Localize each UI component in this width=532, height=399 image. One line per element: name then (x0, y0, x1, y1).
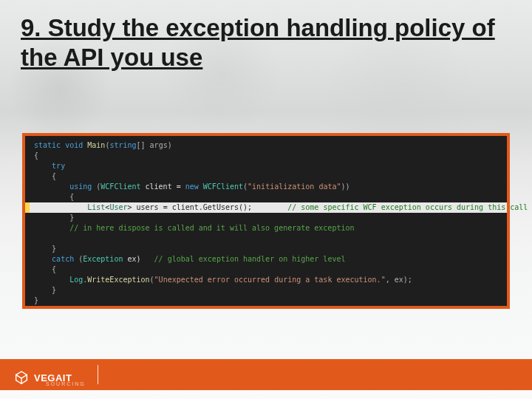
comment: // some specific WCF exception occurs du… (287, 203, 528, 211)
indent (34, 183, 69, 191)
type-log: Log (69, 276, 83, 284)
kw-static: static (34, 141, 61, 149)
id: users = client. (132, 203, 203, 211)
type-user: User (109, 203, 127, 211)
type-exception: Exception (83, 255, 123, 263)
brace: { (52, 172, 56, 180)
brace: } (34, 296, 38, 304)
brace: } (69, 214, 74, 222)
indent (34, 172, 52, 180)
args: [] args) (137, 141, 172, 149)
kw-catch: catch (52, 255, 74, 263)
comment: // in here dispose is called and it will… (69, 224, 354, 232)
id: ex) (123, 255, 154, 263)
logo-subtext: SOURCING (46, 381, 86, 386)
meth-writeexception: WriteException (87, 276, 149, 284)
paren: ( (92, 183, 100, 191)
indent (34, 276, 69, 284)
footer: VEGAIT SOURCING (0, 355, 532, 399)
code-block: static void Main(string[] args) { try { … (22, 133, 510, 309)
highlight-line-text: List<User> users = client.GetUsers(); //… (34, 202, 501, 213)
code-inner: static void Main(string[] args) { try { … (25, 136, 507, 306)
indent (34, 214, 69, 222)
slide: 9. Study the exception handling policy o… (0, 0, 532, 399)
comment: // global exception handler on higher le… (154, 255, 346, 263)
indent (34, 224, 69, 232)
kw-using: using (69, 183, 92, 191)
meth-main: Main (87, 141, 105, 149)
string-lit: "Unexpected error occurred during a task… (154, 276, 386, 284)
type-list: List (87, 203, 105, 211)
id: client = (141, 183, 185, 191)
paren: )) (341, 183, 349, 191)
type-wcfclient: WCFClient (203, 183, 243, 191)
code-text: static void Main(string[] args) { try { … (25, 136, 507, 310)
indent (34, 286, 52, 294)
logo-mark-icon (13, 369, 30, 386)
indent (34, 203, 87, 211)
logo: VEGAIT SOURCING (13, 369, 72, 386)
footer-divider (98, 365, 98, 384)
indent (34, 162, 52, 170)
kw-new: new (185, 183, 199, 191)
rest: (); (239, 203, 287, 211)
indent (34, 265, 52, 273)
brace: } (52, 286, 56, 294)
brace: { (52, 265, 56, 273)
string-lit: "initialization data" (248, 183, 341, 191)
brace: { (69, 193, 74, 201)
meth-getusers: GetUsers (203, 203, 239, 211)
paren: ( (74, 255, 83, 263)
indent (34, 245, 52, 253)
kw-string: string (109, 141, 136, 149)
indent (34, 255, 52, 263)
highlight-caret (25, 202, 30, 213)
brace: } (52, 245, 56, 253)
slide-title: 9. Study the exception handling policy o… (0, 0, 532, 72)
rest: , ex); (386, 276, 412, 284)
kw-void: void (65, 141, 83, 149)
type-wcfclient: WCFClient (100, 183, 140, 191)
brace: { (34, 151, 38, 160)
indent (34, 193, 69, 201)
kw-try: try (52, 162, 65, 170)
